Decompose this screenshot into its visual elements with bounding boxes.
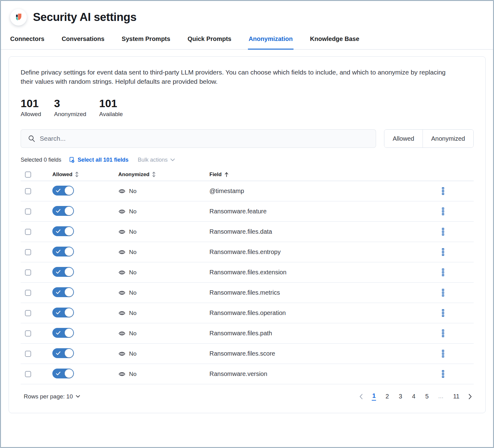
row-checkbox[interactable] bbox=[25, 249, 31, 255]
row-checkbox[interactable] bbox=[25, 371, 31, 377]
tab-knowledge-base[interactable]: Knowledge Base bbox=[310, 35, 360, 50]
chevron-left-icon bbox=[359, 394, 363, 399]
field-name: Ransomware.files.entropy bbox=[209, 248, 412, 256]
allowed-toggle[interactable] bbox=[52, 328, 74, 338]
row-actions-button[interactable] bbox=[441, 308, 445, 318]
allowed-toggle[interactable] bbox=[52, 369, 74, 378]
row-checkbox[interactable] bbox=[25, 290, 31, 296]
eye-icon bbox=[118, 289, 126, 297]
anonymized-value: No bbox=[129, 289, 136, 296]
tab-quick-prompts[interactable]: Quick Prompts bbox=[187, 35, 232, 50]
check-icon bbox=[56, 371, 61, 376]
fields-table: Allowed Anonymized Field bbox=[21, 168, 474, 384]
page-11[interactable]: 11 bbox=[453, 393, 460, 400]
previous-page-button[interactable] bbox=[359, 394, 363, 399]
boxes-vertical-icon bbox=[442, 289, 444, 291]
select-all-checkbox[interactable] bbox=[25, 172, 31, 178]
boxes-vertical-icon bbox=[442, 268, 444, 271]
check-icon bbox=[56, 229, 61, 234]
allowed-toggle[interactable] bbox=[52, 267, 74, 277]
tab-anonymization[interactable]: Anonymization bbox=[248, 35, 293, 50]
row-checkbox[interactable] bbox=[25, 269, 31, 276]
anonymized-value: No bbox=[129, 269, 136, 276]
row-checkbox[interactable] bbox=[25, 351, 31, 357]
anonymized-value: No bbox=[129, 371, 136, 377]
field-name: @timestamp bbox=[209, 188, 412, 195]
header-checkbox-cell bbox=[21, 172, 52, 178]
allowed-toggle[interactable] bbox=[52, 308, 74, 317]
row-actions-button[interactable] bbox=[441, 328, 445, 338]
next-page-button[interactable] bbox=[468, 394, 472, 399]
page-4[interactable]: 4 bbox=[411, 393, 416, 400]
row-checkbox[interactable] bbox=[25, 229, 31, 235]
check-icon bbox=[56, 188, 61, 193]
page-1[interactable]: 1 bbox=[372, 392, 376, 401]
search-row: AllowedAnonymized bbox=[21, 129, 474, 148]
row-actions-button[interactable] bbox=[441, 247, 445, 257]
row-actions-button[interactable] bbox=[441, 349, 445, 359]
anonymized-value: No bbox=[129, 208, 136, 215]
tab-system-prompts[interactable]: System Prompts bbox=[121, 35, 171, 50]
row-checkbox[interactable] bbox=[25, 330, 31, 337]
anonymized-value: No bbox=[129, 249, 136, 256]
table-header: Allowed Anonymized Field bbox=[21, 168, 474, 181]
column-header-anonymized[interactable]: Anonymized bbox=[118, 172, 209, 178]
allowed-toggle[interactable] bbox=[52, 226, 74, 236]
filter-button-allowed[interactable]: Allowed bbox=[384, 130, 423, 147]
check-icon bbox=[56, 290, 61, 295]
anonymized-value: No bbox=[129, 310, 136, 317]
eye-icon bbox=[118, 370, 126, 378]
row-actions-button[interactable] bbox=[441, 369, 445, 379]
row-actions-button[interactable] bbox=[441, 186, 445, 196]
eye-icon bbox=[118, 309, 126, 317]
stats-row: 101 Allowed 3 Anonymized 101 Available bbox=[21, 98, 474, 118]
page-title: Security AI settings bbox=[33, 11, 136, 24]
filter-button-anonymized[interactable]: Anonymized bbox=[423, 130, 473, 147]
stat-available: 101 Available bbox=[99, 98, 123, 118]
allowed-toggle[interactable] bbox=[52, 206, 74, 216]
search-input[interactable] bbox=[40, 135, 371, 142]
security-shield-icon bbox=[14, 13, 23, 22]
table-body: No @timestamp bbox=[21, 181, 474, 384]
field-name: Ransomware.files.metrics bbox=[209, 289, 412, 296]
row-actions-button[interactable] bbox=[441, 267, 445, 277]
row-checkbox[interactable] bbox=[25, 188, 31, 194]
page-3[interactable]: 3 bbox=[398, 393, 403, 400]
rows-per-page-button[interactable]: Rows per page: 10 bbox=[24, 393, 80, 400]
row-checkbox[interactable] bbox=[25, 310, 31, 316]
boxes-vertical-icon bbox=[442, 228, 444, 230]
select-all-link[interactable]: Select all 101 fields bbox=[69, 156, 128, 163]
row-actions-button[interactable] bbox=[441, 288, 445, 298]
tab-connectors[interactable]: Connectors bbox=[10, 35, 45, 50]
row-checkbox[interactable] bbox=[25, 208, 31, 215]
allowed-toggle[interactable] bbox=[52, 348, 74, 358]
table-row: No Ransomware.files.path bbox=[21, 323, 474, 344]
anonymized-value: No bbox=[129, 350, 136, 357]
allowed-toggle[interactable] bbox=[52, 287, 74, 297]
page-5[interactable]: 5 bbox=[425, 393, 429, 400]
row-actions-button[interactable] bbox=[441, 227, 445, 237]
boxes-vertical-icon bbox=[442, 370, 444, 372]
table-row: No Ransomware.feature bbox=[21, 201, 474, 222]
bulk-actions-button[interactable]: Bulk actions bbox=[138, 157, 175, 163]
table-row: No Ransomware.files.data bbox=[21, 222, 474, 242]
column-header-allowed[interactable]: Allowed bbox=[52, 172, 118, 178]
chevron-right-icon bbox=[468, 394, 472, 399]
privacy-description: Define privacy settings for event data s… bbox=[21, 68, 458, 87]
field-name: Ransomware.version bbox=[209, 370, 412, 377]
tabs: ConnectorsConversationsSystem PromptsQui… bbox=[1, 35, 493, 50]
sort-both-icon bbox=[75, 172, 79, 177]
pages-select-icon bbox=[69, 156, 75, 163]
allowed-toggle[interactable] bbox=[52, 186, 74, 196]
table-row: No @timestamp bbox=[21, 181, 474, 201]
chevron-down-icon bbox=[76, 395, 80, 398]
allowed-toggle[interactable] bbox=[52, 247, 74, 256]
row-actions-button[interactable] bbox=[441, 206, 445, 216]
column-header-field[interactable]: Field bbox=[209, 172, 412, 178]
anonymization-panel: Define privacy settings for event data s… bbox=[9, 56, 486, 413]
eye-icon bbox=[118, 330, 126, 337]
page-2[interactable]: 2 bbox=[385, 393, 389, 400]
eye-icon bbox=[118, 188, 126, 195]
field-name: Ransomware.files.operation bbox=[209, 309, 412, 317]
tab-conversations[interactable]: Conversations bbox=[61, 35, 105, 50]
